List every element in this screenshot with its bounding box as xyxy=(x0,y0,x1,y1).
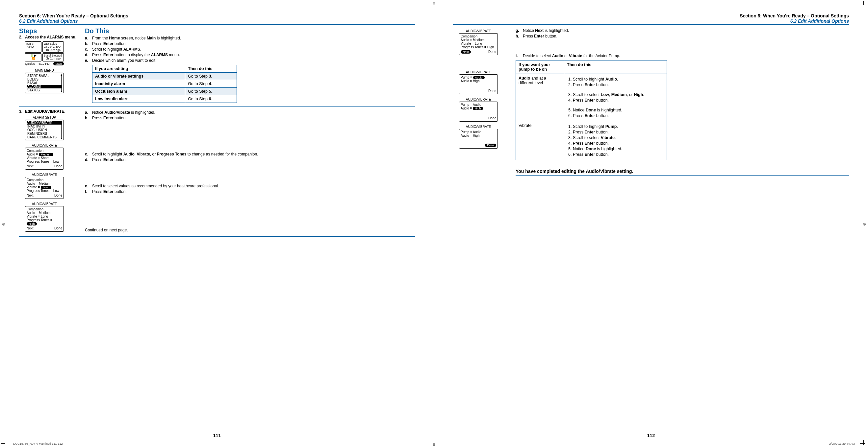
device-screen-alarm-setup: ALARM SETUP AUDIO/VIBRATEINACTIVITYOCCLU… xyxy=(25,116,64,140)
step-3-label: 3. Edit AUDIO/VIBRATE. xyxy=(19,109,85,114)
step3-item-b: b.Press Enter button. xyxy=(85,116,415,120)
table-row: Occlusion alarmGo to Step 5. xyxy=(92,88,237,95)
table-row: Vibrate Scroll to highlight Pump.Press E… xyxy=(516,121,667,160)
step3-item-e: e.Scroll to select values as recommended… xyxy=(85,184,415,188)
step2-item-c: c.Scroll to highlight ALARMS. xyxy=(85,47,415,51)
page-right: Section 6: When You're Ready – Optional … xyxy=(434,0,868,448)
device-screen-r4: AUDIO/VIBRATE Pump = AudioAudio = HighDo… xyxy=(459,125,498,148)
step-2-title: Access the ALARMS menu. xyxy=(25,35,76,39)
step-i: i. Decide to select Audio or Vibrate for… xyxy=(516,54,849,58)
audio-vibrate-table: If you want your pump to be on Then do t… xyxy=(516,60,667,160)
step2-item-e: e.Decide which alarm you want to edit. xyxy=(85,58,415,63)
main-pill: Main xyxy=(53,62,64,65)
step-2-label: 2. Access the ALARMS menu. xyxy=(19,35,85,39)
slug-right: 2/9/09 11:29:44 AM xyxy=(829,442,855,445)
step3-item-a: a.Notice Audio/Vibrate is highlighted. xyxy=(85,110,415,115)
subsection-header: 6.2 Edit Additional Options xyxy=(453,19,849,24)
table-header: Then do this xyxy=(185,65,237,73)
device-screen-main-menu: MAIN MENU START BASALBOLUSBASALALARMSSTA… xyxy=(25,69,64,93)
step3-item-d: d.Press Enter button. xyxy=(85,158,415,162)
device-screen-av3: AUDIO/VIBRATE CompanionAudio = MediumVib… xyxy=(25,202,64,232)
step-divider xyxy=(19,106,415,106)
section-header: Section 6: When You're Ready – Optional … xyxy=(19,13,415,19)
step2-item-b: b.Press Enter button. xyxy=(85,41,415,46)
completed-note: You have completed editing the Audio/Vib… xyxy=(516,169,849,174)
step3-item-f: f.Press Enter button. xyxy=(85,189,415,194)
step2-item-a: a.From the Home screen, notice Main is h… xyxy=(85,36,415,40)
page-number: 111 xyxy=(0,433,434,438)
completed-rule xyxy=(516,175,849,175)
table-row: Low Insulin alertGo to Step 6. xyxy=(92,95,237,103)
page-left: Section 6: When You're Ready – Optional … xyxy=(0,0,434,448)
device-screen-av2: AUDIO/VIBRATE CompanionAudio = MediumVib… xyxy=(25,173,64,199)
step-g: g.Notice Next is highlighted. xyxy=(516,28,849,33)
step-3-title: Edit AUDIO/VIBRATE. xyxy=(25,109,65,114)
table-row: Inactivity alarmGo to Step 4. xyxy=(92,80,237,88)
table-header: If you want your pump to be on xyxy=(516,61,564,74)
header-rule xyxy=(453,24,849,25)
slug-left: DOC15736_Rev-A-Man.indd 111-112 xyxy=(13,442,63,445)
header-rule xyxy=(19,24,415,25)
table-row: Audio and at a different level Scroll to… xyxy=(516,74,667,121)
section-header: Section 6: When You're Ready – Optional … xyxy=(453,13,849,19)
device-screen-home: IOB ≥ 7.64U Last Bolus 0.60 of 1.30U 1h … xyxy=(25,41,64,65)
steps-heading: Steps xyxy=(19,27,85,35)
continued-note: Continued on next page. xyxy=(85,228,415,232)
device-screen-r3: AUDIO/VIBRATE Pump = AudioAudio = HighDo… xyxy=(459,98,498,122)
device-screen-r1: AUDIO/VIBRATE CompanionAudio = MediumVib… xyxy=(459,29,498,55)
device-screen-av1: AUDIO/VIBRATE CompanionAudio = MediumVib… xyxy=(25,144,64,170)
subsection-header: 6.2 Edit Additional Options xyxy=(19,19,415,24)
step-h: h.Press Enter button. xyxy=(516,34,849,38)
page-number: 112 xyxy=(434,433,868,438)
step3-item-c: c.Scroll to highlight Audio, Vibrate, or… xyxy=(85,152,415,157)
step2-decision-table: If you are editing Then do this Audio or… xyxy=(92,65,237,103)
dothis-heading: Do This xyxy=(85,27,415,35)
bottom-rule xyxy=(19,236,415,237)
table-header: Then do this xyxy=(564,61,667,74)
step2-item-d: d.Press Enter button to display the ALAR… xyxy=(85,53,415,57)
table-row: Audio or vibrate settingsGo to Step 3. xyxy=(92,73,237,80)
device-screen-r2: AUDIO/VIBRATE Pump = AudioAudio = HighDo… xyxy=(459,70,498,94)
table-header: If you are editing xyxy=(92,65,185,73)
